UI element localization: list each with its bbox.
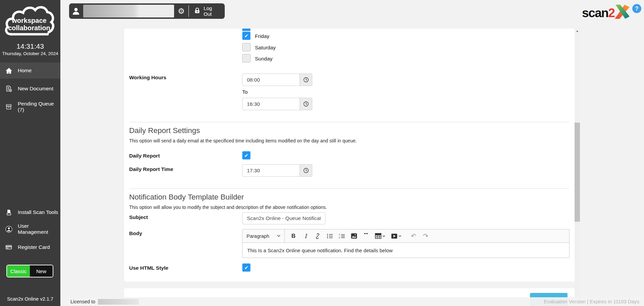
sidebar-item-label: User Management <box>18 223 60 235</box>
check-icon: ✔ <box>244 152 249 159</box>
subject-label: Subject <box>129 214 148 220</box>
scan2x-logo: scan 2 <box>582 5 630 19</box>
sidebar-item-register-card[interactable]: Register Card <box>0 240 60 255</box>
scrollbar-up-arrow[interactable]: ▲ <box>575 29 580 34</box>
evaluation-version-text: Evaluation Version | Expires in 11103 Da… <box>544 297 639 306</box>
footer-bar: Licensed to Evaluation Version | Expires… <box>60 297 644 306</box>
saturday-checkbox[interactable]: ✔ <box>242 43 251 51</box>
clock-icon <box>303 168 309 173</box>
section-divider <box>129 122 569 122</box>
italic-icon: I <box>305 233 307 239</box>
insert-media-button[interactable] <box>388 231 404 242</box>
image-icon <box>351 233 357 239</box>
partial-day-checkbox[interactable] <box>242 29 251 31</box>
check-icon: ✔ <box>244 33 249 39</box>
clock-time: 14:31:43 <box>0 42 60 50</box>
working-hours-label: Working Hours <box>129 75 166 81</box>
friday-label: Friday <box>255 33 269 39</box>
link-button[interactable] <box>312 231 324 242</box>
paragraph-style-dropdown[interactable]: Paragraph <box>243 229 285 243</box>
insert-image-button[interactable] <box>348 231 360 242</box>
bulleted-list-button[interactable] <box>324 231 336 242</box>
chevron-down-icon <box>382 235 385 237</box>
sidebar-item-label: Register Card <box>18 244 50 250</box>
daily-report-label: Daily Report <box>129 153 160 159</box>
logo-line1: workspace <box>11 17 46 24</box>
link-icon <box>315 233 321 239</box>
bold-button[interactable]: B <box>287 231 300 242</box>
working-hours-to-group <box>242 98 312 110</box>
daily-report-time-input[interactable] <box>242 164 300 177</box>
time-picker-button[interactable] <box>300 98 312 110</box>
clock-icon <box>303 77 309 83</box>
check-icon: ✔ <box>244 265 249 271</box>
sidebar-item-home[interactable]: Home <box>0 62 60 79</box>
section-divider <box>129 188 569 189</box>
body-rich-text-editor: Paragraph B I 12 “ ↶ ↷ This Is a Scan2 <box>242 229 570 258</box>
redo-icon: ↷ <box>423 232 428 240</box>
clock-icon <box>303 101 309 107</box>
chevron-down-icon <box>398 235 401 237</box>
paragraph-style-label: Paragraph <box>247 233 269 239</box>
sidebar-item-install-scan-tools[interactable]: Install Scan Tools <box>0 205 60 220</box>
italic-button[interactable]: I <box>300 231 312 242</box>
ui-mode-toggle: Classic New <box>6 265 53 277</box>
notification-builder-title: Notification Body Template Builder <box>129 193 244 202</box>
user-session-bar: ⚙ Log Out <box>69 3 225 19</box>
clock-date: Thursday, October 24, 2024 <box>0 51 60 56</box>
sidebar-item-user-management[interactable]: User Management <box>0 222 60 236</box>
sidebar: workspace collaboration 14:31:43 Thursda… <box>0 0 60 306</box>
working-hours-from-input[interactable] <box>242 74 300 86</box>
scrollbar-thumb[interactable] <box>575 123 580 222</box>
logo-x-pinwheel <box>614 5 630 19</box>
use-html-style-checkbox[interactable]: ✔ <box>242 263 251 272</box>
block-quote-button[interactable]: “ <box>360 231 372 242</box>
daily-report-checkbox[interactable]: ✔ <box>242 151 251 160</box>
chevron-down-icon <box>277 235 280 237</box>
daily-report-time-group <box>242 164 312 177</box>
editor-toolbar: Paragraph B I 12 “ ↶ ↷ <box>243 229 569 243</box>
content-scrollbar: ▲ <box>575 29 580 306</box>
register-card-icon <box>5 243 13 251</box>
time-picker-button[interactable] <box>300 164 312 177</box>
settings-gear-icon[interactable]: ⚙ <box>174 3 189 19</box>
install-scan-tools-icon <box>5 208 13 216</box>
sunday-checkbox[interactable]: ✔ <box>242 54 251 62</box>
body-label: Body <box>129 230 142 236</box>
workspace-collaboration-logo: workspace collaboration <box>3 3 57 40</box>
home-icon <box>5 67 13 75</box>
sidebar-item-label: New Document <box>18 86 53 92</box>
working-hours-to-input[interactable] <box>242 98 300 110</box>
user-avatar-icon <box>69 7 83 16</box>
bold-icon: B <box>291 233 296 239</box>
working-hours-to-word: To <box>242 89 248 95</box>
undo-icon: ↶ <box>411 232 416 240</box>
sidebar-item-label: Install Scan Tools <box>18 209 58 215</box>
notification-builder-description: This option will allow you to modify the… <box>129 205 327 210</box>
classic-mode-button[interactable]: Classic <box>7 265 30 277</box>
new-mode-button[interactable]: New <box>30 265 53 277</box>
saturday-label: Saturday <box>255 45 276 51</box>
user-name-field[interactable] <box>83 5 174 17</box>
media-icon <box>391 233 397 239</box>
logo-line2: collaboration <box>8 24 50 32</box>
working-hours-from-group <box>242 74 312 86</box>
numbered-list-icon: 12 <box>339 233 345 239</box>
friday-checkbox[interactable]: ✔ <box>242 32 251 40</box>
body-editor-content[interactable]: This Is a Scan2x Online queue notificati… <box>243 243 569 258</box>
redo-button[interactable]: ↷ <box>420 231 432 242</box>
licensed-to: Licensed to <box>70 297 139 306</box>
bulleted-list-icon <box>327 233 333 239</box>
help-button[interactable]: ? <box>632 4 641 13</box>
sidebar-item-pending-queue[interactable]: Pending Queue (7) <box>0 99 60 115</box>
time-picker-button[interactable] <box>300 74 312 86</box>
logout-button[interactable]: Log Out <box>189 5 225 17</box>
undo-button[interactable]: ↶ <box>408 231 420 242</box>
numbered-list-button[interactable]: 12 <box>336 231 348 242</box>
sidebar-item-new-document[interactable]: New Document <box>0 81 60 97</box>
subject-input[interactable] <box>242 212 325 224</box>
insert-table-button[interactable] <box>372 231 388 242</box>
licensed-to-redacted-value <box>98 299 139 305</box>
block-quote-icon: “ <box>364 233 369 239</box>
logout-label: Log Out <box>204 5 220 17</box>
